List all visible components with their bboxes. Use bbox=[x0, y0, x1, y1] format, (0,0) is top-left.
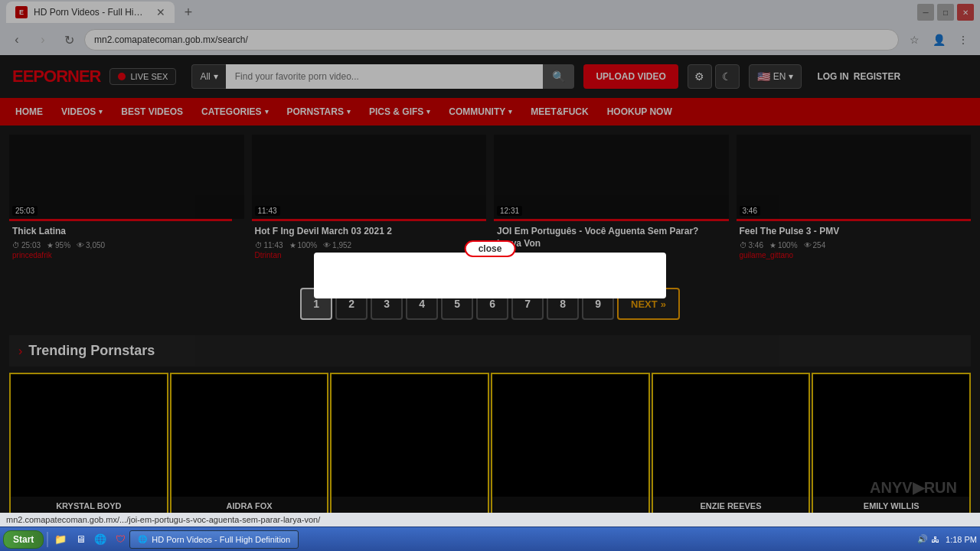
status-bar: mn2.comapatecoman.gob.mx/.../joi-em-port… bbox=[0, 513, 980, 527]
taskbar-window-browser[interactable]: 🌐 HD Porn Videos - Full High Definition bbox=[129, 530, 299, 549]
taskbar-apps: 📁 🖥 🌐 🛡 bbox=[51, 530, 129, 549]
taskbar-divider bbox=[47, 532, 48, 547]
system-tray-icons: 🔊 🖧 bbox=[917, 534, 939, 544]
start-button[interactable]: Start bbox=[3, 530, 44, 549]
popup-content: close bbox=[314, 253, 666, 298]
taskbar-app-icon-3[interactable]: 🌐 bbox=[91, 530, 109, 549]
popup-close-button[interactable]: close bbox=[465, 240, 516, 257]
taskbar-window-title: HD Porn Videos - Full High Definition bbox=[152, 535, 290, 544]
taskbar-app-icon-2[interactable]: 🖥 bbox=[71, 530, 90, 549]
taskbar-clock: 1:18 PM bbox=[946, 535, 977, 544]
taskbar-app-icon-4[interactable]: 🛡 bbox=[111, 530, 129, 549]
taskbar-right: 🔊 🖧 1:18 PM bbox=[917, 534, 977, 544]
volume-icon[interactable]: 🔊 bbox=[917, 534, 928, 544]
taskbar: Start 📁 🖥 🌐 🛡 🌐 HD Porn Videos - Full Hi… bbox=[0, 527, 980, 551]
popup-overlay: close bbox=[0, 0, 980, 551]
taskbar-favicon: 🌐 bbox=[138, 535, 147, 543]
network-icon[interactable]: 🖧 bbox=[931, 535, 939, 544]
taskbar-app-icon-1[interactable]: 📁 bbox=[51, 530, 70, 549]
status-url: mn2.comapatecoman.gob.mx/.../joi-em-port… bbox=[6, 515, 320, 524]
